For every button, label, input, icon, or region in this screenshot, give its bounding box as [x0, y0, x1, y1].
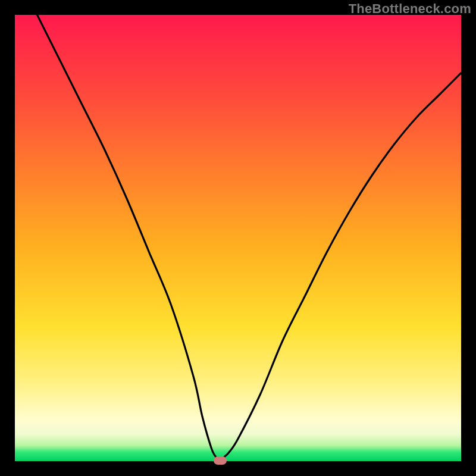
plot-area	[15, 15, 461, 461]
optimal-point-marker	[214, 456, 227, 465]
bottleneck-curve	[15, 15, 461, 461]
chart-frame: TheBottleneck.com	[0, 0, 476, 476]
